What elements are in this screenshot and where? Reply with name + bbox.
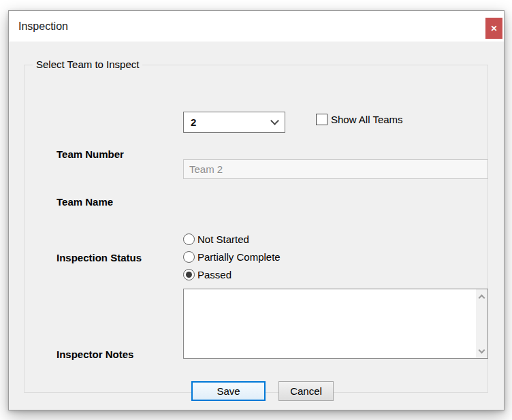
close-icon: ✕: [490, 24, 497, 33]
window-title: Inspection: [18, 11, 68, 42]
dialog-body: Select Team to Inspect Team Number 2 Sho…: [9, 42, 504, 410]
groupbox-title: Select Team to Inspect: [33, 59, 142, 70]
radio-dot-icon: [186, 272, 192, 278]
close-button[interactable]: ✕: [485, 18, 502, 39]
scroll-down-button[interactable]: [476, 345, 487, 357]
radio-row-partially-complete: Partially Complete: [183, 251, 281, 263]
scroll-up-button[interactable]: [476, 291, 487, 302]
team-name-label: Team Name: [57, 196, 113, 208]
select-team-groupbox: Select Team to Inspect Team Number 2 Sho…: [24, 65, 488, 393]
show-all-teams-label[interactable]: Show All Teams: [331, 114, 403, 125]
radio-not-started-label[interactable]: Not Started: [197, 233, 249, 245]
dropdown-arrow-button[interactable]: [264, 120, 285, 124]
notes-scrollbar[interactable]: [476, 289, 487, 358]
inspection-status-label: Inspection Status: [57, 252, 142, 263]
radio-not-started[interactable]: [183, 233, 195, 245]
radio-passed[interactable]: [183, 269, 195, 280]
save-button[interactable]: Save: [191, 381, 266, 401]
team-number-dropdown[interactable]: 2: [183, 112, 285, 133]
inspector-notes-box: [183, 289, 488, 359]
titlebar[interactable]: Inspection ✕: [9, 11, 504, 42]
chevron-down-icon: [479, 346, 485, 353]
inspector-notes-input[interactable]: [184, 289, 476, 358]
show-all-teams-row: Show All Teams: [316, 114, 403, 125]
chevron-up-icon: [479, 294, 485, 301]
team-number-label: Team Number: [57, 148, 124, 160]
show-all-teams-checkbox[interactable]: [316, 114, 327, 125]
radio-partially-complete-label[interactable]: Partially Complete: [197, 251, 281, 263]
chevron-down-icon: [270, 116, 279, 125]
radio-row-not-started: Not Started: [183, 233, 249, 245]
team-number-value: 2: [184, 116, 264, 128]
cancel-button[interactable]: Cancel: [278, 381, 334, 401]
inspection-dialog: Inspection ✕ Select Team to Inspect Team…: [8, 10, 505, 410]
radio-row-passed: Passed: [183, 268, 231, 280]
inspector-notes-label: Inspector Notes: [57, 349, 133, 360]
radio-passed-label[interactable]: Passed: [197, 269, 231, 280]
team-name-field: [183, 159, 488, 179]
radio-partially-complete[interactable]: [183, 251, 195, 263]
